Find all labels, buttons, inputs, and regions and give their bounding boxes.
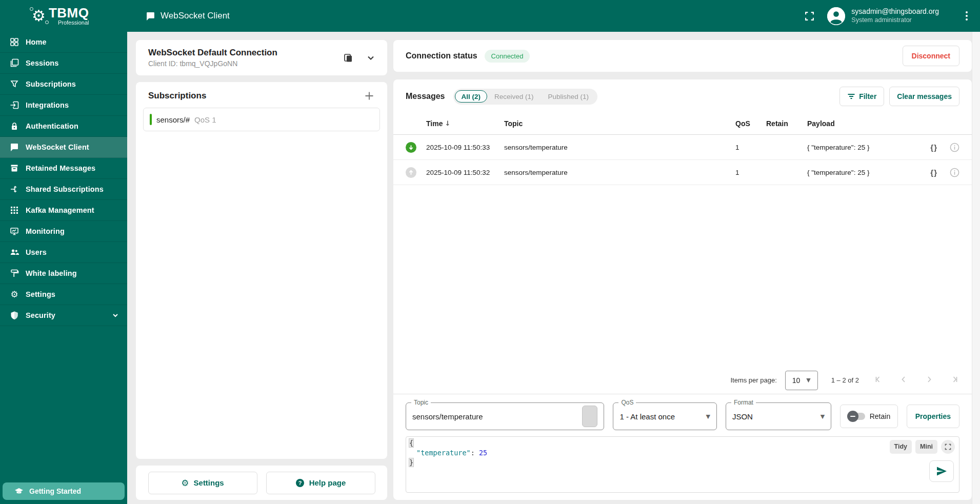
column-time[interactable]: Time ↓ — [426, 119, 504, 128]
first-page-icon[interactable] — [874, 376, 882, 385]
tab-all[interactable]: All (2) — [455, 90, 488, 103]
logo-subtitle: Professional — [58, 20, 89, 26]
connection-card: WebSocket Default Connection Client ID: … — [136, 40, 387, 75]
paint-icon — [9, 268, 19, 278]
table-row[interactable]: 2025-10-09 11:50:33 sensors/temperature … — [393, 135, 972, 160]
sidebar-item-sessions[interactable]: Sessions — [0, 53, 127, 74]
retain-toggle[interactable]: Retain — [840, 405, 898, 428]
retain-label: Retain — [870, 412, 890, 420]
disconnect-button[interactable]: Disconnect — [903, 46, 959, 66]
logo-title: TBMQ — [49, 6, 89, 19]
lock-icon — [9, 121, 19, 131]
user-info[interactable]: sysadmin@thingsboard.org System administ… — [851, 7, 939, 24]
split-icon — [9, 184, 19, 194]
received-arrow-icon — [406, 142, 416, 153]
filter-button[interactable]: Filter — [839, 87, 884, 106]
copy-icon[interactable] — [343, 53, 353, 63]
sidebar-item-white-labeling[interactable]: White labeling — [0, 263, 127, 284]
sidebar-item-security[interactable]: Security — [0, 305, 127, 326]
tab-received[interactable]: Received (1) — [487, 90, 541, 103]
help-page-button[interactable]: ? Help page — [266, 472, 375, 494]
topic-field: Topic — [406, 402, 604, 430]
sidebar-item-home[interactable]: Home — [0, 32, 127, 53]
table-row[interactable]: 2025-10-09 11:50:32 sensors/temperature … — [393, 160, 972, 185]
main-content: WebSocket Default Connection Client ID: … — [127, 32, 972, 504]
next-page-icon[interactable] — [926, 376, 933, 385]
sidebar-item-retained-messages[interactable]: Retained Messages — [0, 158, 127, 179]
items-per-page-select[interactable]: 10 ▼ — [785, 371, 818, 390]
pagination-range: 1 – 2 of 2 — [831, 376, 859, 384]
avatar[interactable] — [827, 7, 845, 25]
format-select-label: Format — [731, 399, 756, 406]
close-brace: } — [409, 458, 413, 467]
properties-button[interactable]: Properties — [907, 405, 959, 428]
sidebar-item-authentication[interactable]: Authentication — [0, 116, 127, 137]
prev-page-icon[interactable] — [900, 376, 907, 385]
qos-select[interactable]: QoS 1 - At least once ▼ — [613, 402, 716, 430]
subscription-item[interactable]: sensors/# QoS 1 — [143, 108, 380, 131]
caret-down-icon: ▼ — [806, 377, 810, 384]
filter-list-icon — [847, 93, 855, 100]
page-title-wrap: WebSocket Client — [146, 11, 230, 21]
clear-messages-button[interactable]: Clear messages — [889, 87, 959, 106]
column-retain: Retain — [766, 119, 807, 128]
info-icon[interactable] — [950, 143, 959, 152]
toggle-track — [849, 413, 865, 420]
chat-bubble-icon — [146, 11, 155, 21]
sidebar-item-monitoring[interactable]: Monitoring — [0, 221, 127, 242]
sidebar-item-integrations[interactable]: Integrations — [0, 95, 127, 116]
sidebar-item-subscriptions[interactable]: Subscriptions — [0, 74, 127, 95]
dashboard-icon — [9, 37, 19, 47]
gear-icon: ⚙ — [9, 289, 19, 299]
connection-client-id: Client ID: tbmq_VQJpGoNN — [148, 59, 277, 68]
sidebar-item-users[interactable]: Users — [0, 242, 127, 263]
connection-status-card: Connection status Connected Disconnect — [393, 40, 972, 72]
subscriptions-title: Subscriptions — [148, 91, 206, 101]
caret-down-icon: ▼ — [706, 413, 710, 420]
messages-tab-group: All (2) Received (1) Published (1) — [453, 89, 598, 105]
info-icon[interactable] — [950, 168, 959, 177]
sidebar-item-settings[interactable]: ⚙ Settings — [0, 284, 127, 305]
qos-select-label: QoS — [618, 399, 636, 406]
published-arrow-icon — [406, 167, 416, 178]
send-message-button[interactable] — [929, 460, 954, 482]
chevron-down-icon[interactable] — [367, 54, 375, 62]
sort-desc-icon: ↓ — [445, 119, 450, 127]
apps-grid-icon — [9, 205, 19, 215]
subscriptions-card: Subscriptions sensors/# QoS 1 — [136, 82, 387, 459]
format-select[interactable]: Format JSON ▼ — [726, 402, 831, 430]
column-payload: Payload — [807, 119, 912, 128]
logo[interactable]: ⚙ TBMQ Professional — [0, 6, 127, 26]
sidebar-item-websocket-client[interactable]: WebSocket Client — [0, 137, 127, 158]
json-braces-icon[interactable]: {} — [930, 143, 937, 152]
more-vert-icon[interactable] — [961, 7, 973, 25]
payload-editor[interactable]: { "temperature": 25 } Tidy Mini — [406, 436, 959, 493]
user-email: sysadmin@thingsboard.org — [851, 7, 939, 16]
gear-icon: ⚙ — [181, 478, 189, 488]
json-braces-icon[interactable]: {} — [930, 168, 937, 177]
open-brace: { — [409, 439, 413, 447]
connection-title: WebSocket Default Connection — [148, 48, 277, 58]
getting-started-button[interactable]: Getting Started — [3, 482, 125, 500]
user-role: System administrator — [851, 16, 939, 25]
settings-button[interactable]: ⚙ Settings — [148, 472, 257, 494]
tidy-button[interactable]: Tidy — [890, 440, 912, 454]
scrollbar-track[interactable] — [972, 32, 980, 504]
svg-text:?: ? — [298, 479, 302, 486]
topic-color-swatch[interactable] — [582, 406, 597, 427]
sidebar-item-kafka-management[interactable]: Kafka Management — [0, 200, 127, 221]
tab-published[interactable]: Published (1) — [541, 90, 596, 103]
topic-input[interactable] — [412, 412, 582, 421]
sessions-icon — [9, 58, 19, 68]
caret-down-icon: ▼ — [821, 413, 825, 420]
publish-form: Topic QoS 1 - At least once ▼ Format JSO… — [393, 394, 972, 435]
add-subscription-icon[interactable] — [364, 90, 375, 102]
mini-button[interactable]: Mini — [915, 440, 937, 454]
last-page-icon[interactable] — [951, 376, 958, 385]
fullscreen-icon[interactable] — [801, 7, 818, 25]
funnel-icon — [9, 79, 19, 89]
column-qos: QoS — [735, 119, 766, 128]
sidebar-item-shared-subscriptions[interactable]: Shared Subscriptions — [0, 179, 127, 200]
editor-fullscreen-icon[interactable] — [941, 440, 955, 454]
people-icon — [9, 247, 19, 257]
